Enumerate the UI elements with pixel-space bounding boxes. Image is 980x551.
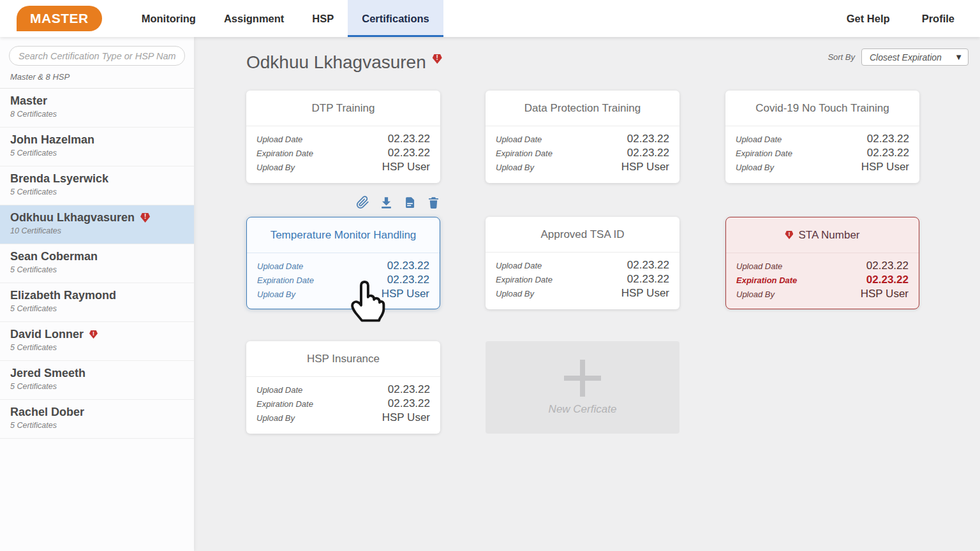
upload-date-value: 02.23.22 — [867, 133, 909, 145]
sort-by-label: Sort By — [828, 52, 855, 62]
sidebar-list: Master 8 Certificates John Hazelman 5 Ce… — [0, 88, 194, 439]
hsp-name: John Hazelman — [10, 133, 94, 147]
card-hsp-insurance[interactable]: HSP Insurance Upload Date02.23.22 Expira… — [246, 341, 440, 434]
document-icon — [403, 196, 417, 209]
upload-by-label: Upload By — [256, 163, 295, 172]
delete-button[interactable] — [426, 195, 440, 209]
app-root: MASTER Monitoring Assignment HSP Certifi… — [0, 0, 980, 551]
sidebar-item-rachel-dober[interactable]: Rachel Dober 5 Certificates — [0, 400, 194, 439]
certificate-count: 5 Certificates — [10, 421, 184, 430]
hsp-name: Odkhuu Lkhagvasuren — [10, 211, 135, 224]
expiration-date-label: Expiration Date — [256, 149, 313, 158]
alert-icon — [140, 213, 150, 223]
upload-date-value: 02.23.22 — [627, 259, 669, 272]
sidebar-item-david-lonner[interactable]: David Lonner 5 Certificates — [0, 322, 194, 361]
alert-icon — [785, 231, 793, 239]
upload-date-label: Upload Date — [736, 135, 782, 144]
upload-by-label: Upload By — [496, 289, 534, 298]
sidebar-item-master[interactable]: Master 8 Certificates — [0, 89, 194, 128]
certificate-count: 5 Certificates — [10, 382, 184, 391]
nav-right: Get Help Profile — [847, 13, 954, 25]
expiration-date-value: 02.23.22 — [388, 397, 430, 410]
sidebar-item-brenda-lsyerwick[interactable]: Brenda Lsyerwick 5 Certificates — [0, 166, 194, 205]
upload-date-value: 02.23.22 — [388, 133, 430, 145]
upload-date-label: Upload Date — [736, 261, 782, 271]
upload-by-label: Upload By — [736, 290, 775, 299]
view-document-button[interactable] — [403, 195, 417, 209]
certificate-count: 5 Certificates — [10, 187, 184, 196]
card-title: STA Number — [798, 229, 859, 242]
card-title: Covid-19 No Touch Training — [725, 91, 919, 126]
card-title: DTP Training — [246, 91, 440, 126]
upload-date-value: 02.23.22 — [387, 260, 429, 272]
get-help-link[interactable]: Get Help — [847, 13, 890, 25]
new-certificate-label: New Cerficate — [549, 403, 617, 416]
card-title: Approved TSA ID — [486, 217, 679, 253]
nav-item-assignment[interactable]: Assignment — [210, 0, 298, 37]
nav-item-hsp[interactable]: HSP — [298, 0, 348, 37]
hsp-name: Brenda Lsyerwick — [10, 172, 108, 186]
expiration-date-label: Expiration Date — [736, 149, 792, 158]
upload-by-label: Upload By — [256, 413, 295, 423]
expiration-date-value: 02.23.22 — [866, 274, 909, 286]
hsp-name: Rachel Dober — [10, 406, 84, 419]
upload-by-label: Upload By — [496, 163, 534, 172]
certificate-count: 5 Certificates — [10, 343, 184, 352]
attach-button[interactable] — [355, 195, 369, 209]
hsp-name: David Lonner — [10, 328, 84, 341]
upload-by-value: HSP User — [382, 288, 429, 300]
search-input[interactable] — [9, 46, 185, 66]
card-data-protection-training[interactable]: Data Protection Training Upload Date02.2… — [486, 91, 679, 183]
selected-hsp-name: Odkhuu Lkhagvasuren — [246, 52, 426, 73]
nav-item-monitoring[interactable]: Monitoring — [128, 0, 210, 37]
upload-date-label: Upload Date — [256, 135, 302, 144]
card-title: Data Protection Training — [486, 91, 679, 126]
upload-by-value: HSP User — [621, 287, 669, 300]
nav-item-certifications[interactable]: Certifications — [348, 0, 443, 37]
sidebar-item-odkhuu-lkhagvasuren[interactable]: Odkhuu Lkhagvasuren 10 Certificates — [0, 205, 194, 244]
upload-by-value: HSP User — [621, 161, 669, 173]
expiration-date-label: Expiration Date — [736, 276, 797, 285]
hsp-name: Sean Coberman — [10, 250, 98, 263]
sidebar-item-jered-smeeth[interactable]: Jered Smeeth 5 Certificates — [0, 361, 194, 400]
chevron-down-icon: ▼ — [954, 52, 963, 62]
card-dtp-training[interactable]: DTP Training Upload Date02.23.22 Expirat… — [246, 91, 440, 183]
hsp-name: Elizabeth Raymond — [10, 289, 116, 302]
expiration-date-value: 02.23.22 — [388, 147, 430, 159]
upload-date-value: 02.23.22 — [866, 260, 909, 272]
certificate-count: 5 Certificates — [10, 304, 184, 313]
expiration-date-value: 02.23.22 — [867, 147, 909, 159]
upload-by-value: HSP User — [861, 161, 909, 173]
upload-by-value: HSP User — [382, 161, 430, 173]
card-covid19-no-touch-training[interactable]: Covid-19 No Touch Training Upload Date02… — [725, 91, 919, 183]
card-title: HSP Insurance — [246, 341, 440, 377]
upload-by-value: HSP User — [861, 288, 909, 300]
master-logo: MASTER — [17, 6, 102, 31]
upload-date-label: Upload Date — [496, 135, 542, 144]
card-temperature-monitor-handling[interactable]: Temperature Monitor Handling Upload Date… — [246, 217, 440, 309]
upload-by-label: Upload By — [736, 163, 774, 172]
card-action-bar — [246, 195, 440, 209]
certificate-count: 5 Certificates — [10, 149, 184, 158]
upload-date-value: 02.23.22 — [627, 133, 669, 145]
download-icon — [380, 196, 393, 209]
expiration-date-label: Expiration Date — [496, 275, 553, 284]
expiration-date-label: Expiration Date — [496, 149, 553, 158]
alert-icon — [89, 330, 98, 339]
sort-dropdown[interactable]: Closest Expiration ▼ — [861, 48, 969, 66]
sidebar-summary: Master & 8 HSP — [0, 70, 194, 88]
sidebar-item-john-hazelman[interactable]: John Hazelman 5 Certificates — [0, 128, 194, 166]
download-button[interactable] — [379, 195, 393, 209]
sidebar: Master & 8 HSP Master 8 Certificates Joh… — [0, 37, 194, 551]
card-sta-number[interactable]: STA Number Upload Date02.23.22 Expiratio… — [725, 217, 919, 309]
trash-icon — [427, 196, 440, 209]
page-title: Odkhuu Lkhagvasuren — [246, 52, 442, 73]
new-certificate-button[interactable]: New Cerficate — [486, 341, 679, 434]
expiration-date-value: 02.23.22 — [387, 274, 429, 286]
card-approved-tsa-id[interactable]: Approved TSA ID Upload Date02.23.22 Expi… — [486, 217, 679, 309]
sidebar-item-sean-coberman[interactable]: Sean Coberman 5 Certificates — [0, 244, 194, 283]
plus-icon — [564, 360, 601, 397]
sidebar-item-elizabeth-raymond[interactable]: Elizabeth Raymond 5 Certificates — [0, 283, 194, 322]
profile-link[interactable]: Profile — [922, 13, 954, 25]
nav-menu: Monitoring Assignment HSP Certifications — [128, 0, 443, 37]
